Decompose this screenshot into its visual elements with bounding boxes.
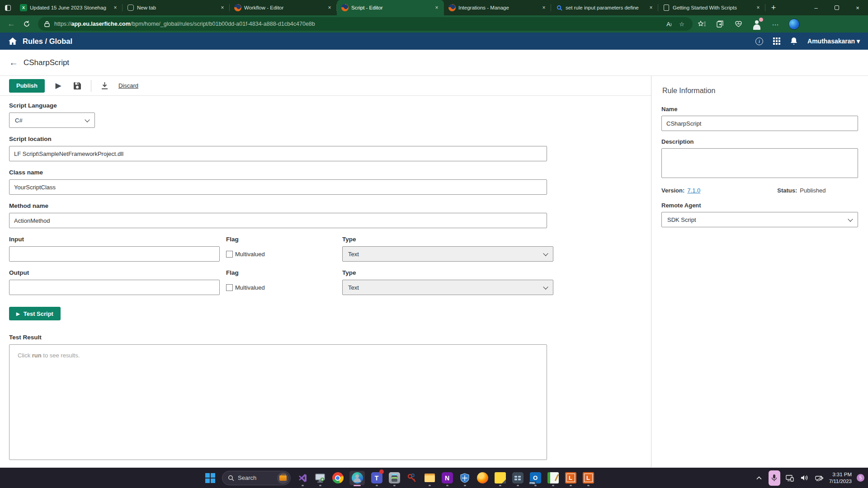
windows-taskbar: Search T N	[0, 468, 868, 488]
version-link[interactable]: 7.1.0	[687, 187, 700, 194]
script-location-input[interactable]	[9, 146, 547, 161]
taskbar-firefox-icon[interactable]	[476, 471, 488, 485]
back-button[interactable]: ←	[4, 17, 19, 31]
tab-close-icon[interactable]: ×	[647, 4, 655, 11]
profile-button[interactable]	[751, 19, 762, 29]
taskbar-teams-icon[interactable]: T	[371, 471, 382, 485]
command-toolbar: Publish ▶ Discard	[0, 76, 651, 96]
tab-getting-started[interactable]: Getting Started With Scripts ×	[658, 0, 765, 15]
input-name-field[interactable]	[9, 246, 220, 262]
taskbar-clock[interactable]: 3:31 PM 7/11/2023	[829, 471, 852, 485]
refresh-button[interactable]	[19, 17, 34, 31]
input-type-value: Text	[348, 251, 359, 258]
rule-description-textarea[interactable]	[661, 148, 858, 178]
input-multivalued-checkbox[interactable]	[226, 251, 233, 258]
teams-notification-dot	[379, 469, 384, 474]
search-favicon-icon	[556, 4, 563, 11]
microphone-tray-icon[interactable]	[769, 470, 780, 486]
maximize-button[interactable]	[826, 0, 847, 15]
favorites-bar-button[interactable]	[697, 19, 707, 29]
tab-close-icon[interactable]: ×	[112, 4, 119, 11]
taskbar-chrome-icon[interactable]	[332, 471, 344, 485]
tab-script-editor-active[interactable]: Script - Editor ×	[337, 0, 444, 15]
copilot-icon[interactable]	[788, 19, 800, 30]
user-menu[interactable]: Amuthasakaran ▾	[807, 38, 860, 45]
taskbar-notepad-icon[interactable]	[547, 471, 559, 485]
taskbar-keys-icon[interactable]	[406, 471, 418, 485]
taskbar-onenote-icon[interactable]: N	[441, 471, 453, 485]
close-window-button[interactable]: ×	[847, 0, 868, 15]
taskbar-calculator-icon[interactable]	[512, 471, 524, 485]
tab-excel[interactable]: X Updated 15 June 2023 Stonehag ×	[15, 0, 123, 15]
search-placeholder: Search	[238, 474, 256, 481]
publish-button[interactable]: Publish	[9, 79, 45, 93]
notifications-bell-icon[interactable]	[790, 37, 797, 45]
taskbar-visual-studio-icon[interactable]	[297, 471, 308, 485]
taskbar-windows-security-icon[interactable]	[459, 471, 471, 485]
collections-button[interactable]	[715, 19, 725, 29]
taskbar-sticky-notes-icon[interactable]	[494, 471, 506, 485]
display-cast-tray-icon[interactable]	[784, 471, 795, 485]
taskbar-edge-active-icon[interactable]	[349, 471, 365, 485]
output-multivalued-checkbox[interactable]	[226, 284, 233, 291]
home-icon[interactable]	[8, 37, 17, 45]
clock-time: 3:31 PM	[829, 471, 852, 478]
back-navigation-button[interactable]: ←	[9, 57, 22, 68]
url-domain: app.eu.laserfiche.com	[71, 21, 131, 27]
read-aloud-button[interactable]: A)	[663, 18, 675, 30]
input-flag-label: Flag	[226, 236, 336, 243]
class-name-input[interactable]	[9, 179, 547, 195]
remote-agent-select[interactable]: SDK Script	[661, 212, 858, 227]
input-type-select[interactable]: Text	[342, 246, 553, 262]
favorite-star-button[interactable]: ☆	[675, 18, 688, 30]
test-script-button[interactable]: ▶ Test Script	[9, 307, 61, 320]
taskbar-search-box[interactable]: Search	[222, 471, 291, 485]
battery-pen-tray-icon[interactable]	[814, 471, 825, 485]
app-launcher-icon[interactable]	[773, 38, 780, 45]
new-tab-button[interactable]: +	[767, 1, 780, 14]
notification-count-badge[interactable]: 5	[857, 474, 864, 482]
tab-workflow-editor[interactable]: Workflow - Editor ×	[230, 0, 337, 15]
read-aloud-icon: A	[666, 21, 670, 28]
document-icon	[663, 4, 670, 11]
volume-tray-icon[interactable]	[799, 471, 810, 485]
tab-actions-button[interactable]	[0, 0, 15, 15]
tab-close-icon[interactable]: ×	[433, 4, 440, 11]
minimize-button[interactable]: –	[806, 0, 826, 15]
input-label: Input	[9, 236, 220, 243]
favorites-list-icon	[698, 20, 706, 28]
taskbar-remote-desktop-icon[interactable]	[314, 471, 326, 485]
settings-more-button[interactable]: ···	[770, 19, 780, 29]
taskbar-laserfiche-2-icon[interactable]: L	[582, 471, 594, 485]
output-name-field[interactable]	[9, 280, 220, 295]
output-type-select[interactable]: Text	[342, 280, 553, 295]
test-script-label: Test Script	[24, 310, 53, 317]
rule-name-input[interactable]	[661, 116, 858, 131]
tab-close-icon[interactable]: ×	[219, 4, 226, 11]
tab-title: Getting Started With Scripts	[673, 5, 752, 10]
taskbar-laserfiche-icon[interactable]: L	[565, 471, 576, 485]
start-button[interactable]	[204, 471, 216, 485]
tab-close-icon[interactable]: ×	[540, 4, 547, 11]
browser-essentials-button[interactable]	[733, 19, 743, 29]
address-bar[interactable]: https://app.eu.laserfiche.com/bpm/home/_…	[38, 17, 693, 31]
script-language-select[interactable]: C#	[9, 113, 95, 128]
save-button[interactable]	[72, 80, 83, 91]
breadcrumb: Rules / Global	[23, 37, 72, 46]
download-button[interactable]	[99, 80, 110, 91]
taskbar-file-explorer-icon[interactable]	[424, 471, 435, 485]
info-icon[interactable]: i	[755, 38, 763, 45]
taskbar-outlook-icon[interactable]: OPRE	[529, 471, 541, 485]
method-name-input[interactable]	[9, 213, 547, 228]
tab-integrations-manage[interactable]: Integrations - Manage ×	[444, 0, 551, 15]
run-button[interactable]: ▶	[53, 80, 64, 91]
tab-new-tab[interactable]: New tab ×	[123, 0, 230, 15]
taskbar-server-manager-icon[interactable]	[388, 471, 400, 485]
tab-search-results[interactable]: set rule input parameters define ×	[551, 0, 658, 15]
tray-chevron-up-icon[interactable]	[754, 471, 764, 485]
test-result-label: Test Result	[9, 334, 547, 341]
tab-close-icon[interactable]: ×	[326, 4, 333, 11]
discard-link[interactable]: Discard	[118, 82, 138, 89]
tab-close-icon[interactable]: ×	[755, 4, 762, 11]
version-status-row: Version: 7.1.0 Status: Published	[661, 187, 858, 194]
